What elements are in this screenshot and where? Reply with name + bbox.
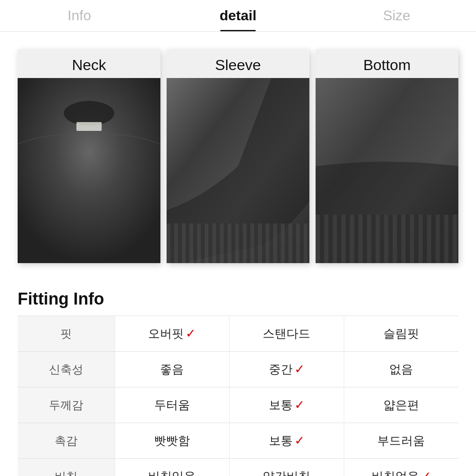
svg-rect-14 [227, 223, 231, 263]
svg-rect-21 [281, 223, 285, 263]
svg-rect-19 [266, 223, 270, 263]
svg-rect-9 [190, 223, 193, 263]
row-col3: 비침없음✓ [344, 459, 458, 476]
table-row: 핏오버핏✓스탠다드슬림핏 [18, 316, 458, 352]
row-col1: 오버핏✓ [115, 316, 229, 352]
check-icon: ✓ [186, 327, 196, 340]
svg-rect-33 [367, 215, 372, 263]
row-col2: 보통✓ [229, 387, 344, 423]
row-col2: 스탠다드 [229, 316, 344, 352]
row-category: 핏 [18, 316, 115, 352]
fitting-table: 핏오버핏✓스탠다드슬림핏신축성좋음중간✓없음두께감두터움보통✓얇은편촉감빳빳함보… [18, 316, 458, 476]
svg-rect-30 [341, 215, 346, 263]
tab-bar: Info detail Size [0, 0, 476, 32]
table-row: 비침비침있음약간비침비침없음✓ [18, 459, 458, 476]
row-col2: 약간비침 [229, 459, 344, 476]
svg-rect-24 [304, 223, 308, 263]
svg-rect-20 [273, 223, 277, 263]
row-category: 두께감 [18, 387, 115, 423]
sleeve-label: Sleeve [167, 49, 309, 78]
check-icon: ✓ [294, 398, 305, 412]
main-content: Neck [0, 32, 476, 476]
table-row: 두께감두터움보통✓얇은편 [18, 387, 458, 423]
svg-rect-23 [296, 223, 300, 263]
svg-rect-6 [167, 223, 171, 263]
check-icon: ✓ [294, 362, 305, 376]
svg-rect-22 [288, 223, 292, 263]
svg-rect-40 [427, 215, 431, 263]
svg-rect-36 [393, 215, 397, 263]
svg-rect-37 [401, 215, 405, 263]
neck-label: Neck [18, 49, 160, 78]
svg-rect-28 [324, 215, 328, 263]
svg-rect-15 [235, 223, 239, 263]
bottom-label: Bottom [316, 49, 458, 78]
svg-point-1 [64, 101, 114, 126]
tab-size[interactable]: Size [317, 0, 476, 31]
svg-rect-12 [212, 223, 216, 263]
fitting-info-title: Fitting Info [18, 290, 458, 309]
svg-rect-39 [418, 215, 423, 263]
svg-rect-31 [350, 215, 354, 263]
check-icon: ✓ [294, 434, 305, 447]
row-col3: 얇은편 [344, 387, 458, 423]
row-col1: 좋음 [115, 352, 229, 387]
row-col1: 두터움 [115, 387, 229, 423]
sleeve-image [167, 78, 309, 263]
row-category: 비침 [18, 459, 115, 476]
svg-rect-27 [316, 215, 320, 263]
svg-rect-11 [205, 223, 208, 263]
row-category: 촉감 [18, 423, 115, 459]
svg-rect-10 [197, 223, 201, 263]
row-col3: 슬림핏 [344, 316, 458, 352]
svg-rect-41 [435, 215, 440, 263]
svg-rect-3 [76, 122, 101, 131]
svg-rect-18 [258, 223, 262, 263]
row-col2: 보통✓ [229, 423, 344, 459]
svg-rect-8 [182, 223, 186, 263]
svg-rect-43 [453, 215, 457, 263]
svg-rect-35 [384, 215, 389, 263]
tab-info[interactable]: Info [0, 0, 159, 31]
svg-rect-13 [220, 223, 224, 263]
check-icon: ✓ [421, 469, 431, 476]
row-col2: 중간✓ [229, 352, 344, 387]
row-col1: 비침있음 [115, 459, 229, 476]
svg-rect-16 [243, 223, 247, 263]
fitting-info-section: Fitting Info 핏오버핏✓스탠다드슬림핏신축성좋음중간✓없음두께감두터… [18, 290, 458, 476]
table-row: 신축성좋음중간✓없음 [18, 352, 458, 387]
svg-rect-7 [174, 223, 178, 263]
row-col3: 부드러움 [344, 423, 458, 459]
row-col3: 없음 [344, 352, 458, 387]
svg-rect-17 [250, 223, 254, 263]
svg-rect-34 [376, 215, 380, 263]
neck-card: Neck [18, 49, 160, 263]
bottom-image [316, 78, 458, 263]
svg-rect-38 [410, 215, 414, 263]
svg-rect-42 [444, 215, 449, 263]
neck-image [18, 78, 160, 263]
table-row: 촉감빳빳함보통✓부드러움 [18, 423, 458, 459]
detail-images-section: Neck [18, 49, 458, 263]
row-category: 신축성 [18, 352, 115, 387]
sleeve-card: Sleeve [167, 49, 309, 263]
tab-detail[interactable]: detail [159, 0, 317, 31]
bottom-card: Bottom [316, 49, 458, 263]
svg-rect-32 [358, 215, 363, 263]
row-col1: 빳빳함 [115, 423, 229, 459]
svg-rect-29 [333, 215, 337, 263]
